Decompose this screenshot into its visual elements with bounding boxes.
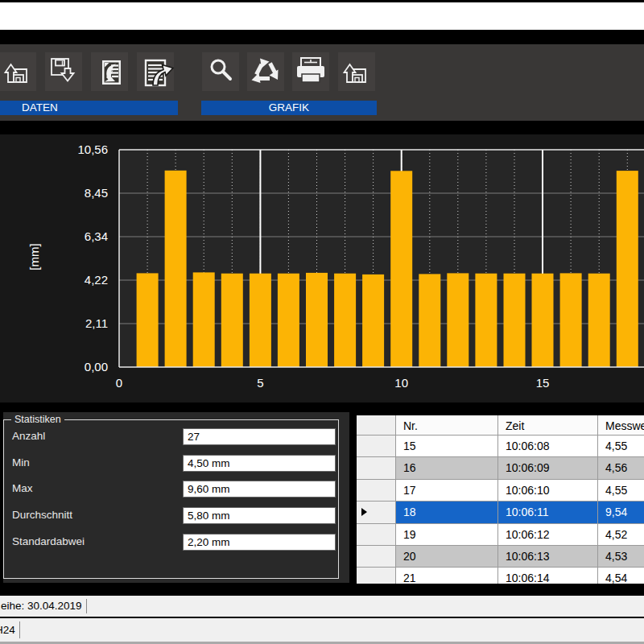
svg-text:5: 5 <box>257 376 263 390</box>
svg-text:10: 10 <box>394 376 408 390</box>
svg-text:15: 15 <box>536 376 550 390</box>
svg-text:0: 0 <box>116 376 122 390</box>
svg-text:4,22: 4,22 <box>85 273 108 287</box>
svg-text:8,45: 8,45 <box>85 186 108 200</box>
svg-text:10,56: 10,56 <box>77 142 108 156</box>
svg-text:6,34: 6,34 <box>85 229 108 243</box>
svg-text:[mm]: [mm] <box>27 243 41 270</box>
svg-text:0,00: 0,00 <box>85 360 108 374</box>
svg-text:2,11: 2,11 <box>85 316 108 330</box>
